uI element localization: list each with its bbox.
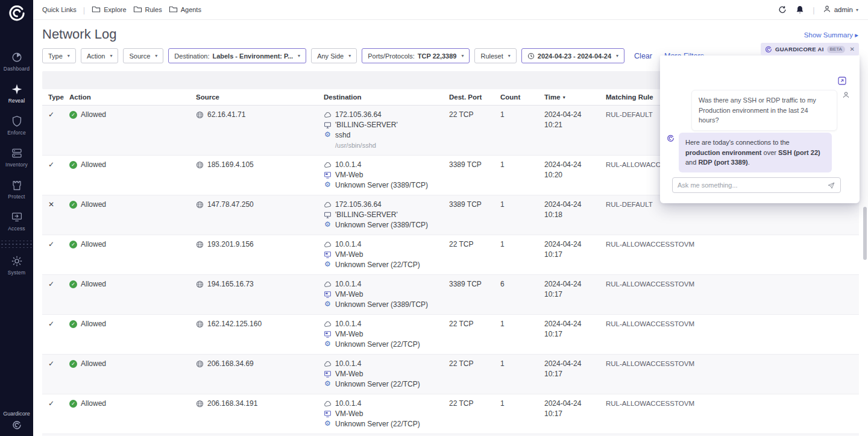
sidebar-footer: Guardicore — [3, 411, 30, 436]
dest-port-cell: 22 TCP — [449, 399, 500, 429]
ai-message-row: Here are today's connections to the prod… — [667, 133, 832, 172]
dest-port-cell: 3389 TCP — [449, 160, 500, 191]
destination-line: 172.105.36.64 — [324, 200, 449, 210]
destination-line: ⚙Unknown Server (3389/TCP) — [324, 220, 449, 230]
time-hour: 10:17 — [544, 329, 606, 340]
matching-rule-cell: RUL-ALLOWACCESSTOVM — [606, 319, 859, 350]
process-icon: ⚙ — [324, 300, 332, 309]
guardicore-footer-logo-icon[interactable] — [12, 420, 22, 430]
nav-explore[interactable]: Explore — [92, 5, 126, 15]
filter-label: Destination: — [174, 52, 209, 60]
table-row[interactable]: ✓✓Allowed193.201.9.15610.0.1.4VM-Web⚙Unk… — [42, 235, 859, 275]
source-cell: 206.168.34.191 — [196, 399, 324, 429]
time-hour: 10:17 — [544, 250, 606, 260]
column-header-count[interactable]: Count — [500, 93, 544, 101]
process-icon: ⚙ — [324, 220, 332, 229]
table-row[interactable]: ✓✓Allowed206.168.34.6910.0.1.4VM-Web⚙Unk… — [42, 355, 859, 394]
nav-rules-label: Rules — [145, 6, 162, 13]
cloud-icon — [324, 241, 332, 248]
filter-chip-ruleset[interactable]: Ruleset▾ — [474, 48, 516, 63]
column-header-destination[interactable]: Destination — [324, 93, 449, 101]
vm-icon — [324, 330, 332, 338]
guardicore-ai-header[interactable]: GUARDICORE AI BETA ✕ — [761, 43, 859, 55]
vm-icon — [324, 171, 332, 179]
filter-label: Type — [48, 52, 63, 60]
destination-text: Unknown Server (22/TCP) — [335, 419, 420, 429]
filter-bar: Type▾Action▾Source▾Destination:Labels - … — [42, 48, 704, 63]
globe-icon — [196, 320, 204, 328]
source-ip: 206.168.34.69 — [207, 359, 254, 369]
time-date: 2024-04-24 — [544, 239, 606, 250]
time-hour: 10:17 — [544, 369, 606, 379]
table-row[interactable]: ✓✓Allowed162.142.125.16010.0.1.4VM-Web⚙U… — [42, 315, 859, 355]
destination-cell: 10.0.1.4VM-Web⚙Unknown Server (22/TCP) — [324, 359, 449, 390]
user-message-row: Was there any SSH or RDP traffic to my P… — [684, 90, 850, 131]
close-icon[interactable]: ✕ — [850, 46, 855, 52]
sidebar-item-label: Dashboard — [4, 66, 30, 72]
quick-links-button[interactable]: Quick Links — [42, 6, 77, 13]
count-cell: 1 — [500, 239, 544, 270]
cloud-icon — [324, 360, 332, 368]
matching-rule-cell: RUL-ALLOWACCESSTOVM — [606, 399, 859, 429]
filter-chip-type[interactable]: Type▾ — [42, 48, 76, 63]
filter-value: Labels - Environment: P... — [212, 52, 293, 60]
show-summary-link[interactable]: Show Summary ▸ — [804, 31, 858, 39]
action-label: Allowed — [81, 279, 106, 289]
expand-chat-icon[interactable] — [837, 76, 847, 86]
sidebar-item-inventory[interactable]: Inventory — [0, 141, 33, 173]
reveal-icon — [11, 83, 23, 95]
filter-chips: Type▾Action▾Source▾Destination:Labels - … — [42, 48, 624, 63]
column-header-dest-port[interactable]: Dest. Port — [449, 93, 500, 101]
destination-cell: 10.0.1.4VM-Web⚙Unknown Server (22/TCP) — [324, 239, 449, 270]
table-row[interactable]: ✓✓Allowed194.165.16.7310.0.1.4VM-Web⚙Unk… — [42, 275, 859, 315]
count-cell: 1 — [500, 110, 544, 151]
destination-text: 10.0.1.4 — [335, 319, 361, 329]
sidebar-item-reveal[interactable]: Reveal — [0, 77, 33, 109]
filter-chip-any-side[interactable]: Any Side▾ — [311, 48, 357, 63]
notifications-bell-icon[interactable] — [795, 5, 805, 14]
filter-chip-ports-protocols[interactable]: Ports/Protocols:TCP 22,3389▾ — [362, 48, 470, 63]
column-header-source[interactable]: Source — [196, 93, 324, 101]
chevron-down-icon: ▾ — [856, 7, 858, 13]
column-header-time[interactable]: Time▾ — [544, 93, 606, 101]
nav-agents[interactable]: Agents — [169, 5, 201, 15]
guardicore-ai-panel: Was there any SSH or RDP traffic to my P… — [660, 55, 860, 203]
sidebar-item-dashboard[interactable]: Dashboard — [0, 45, 33, 77]
cloud-icon — [324, 201, 332, 209]
sidebar-item-enforce[interactable]: Enforce — [0, 109, 33, 141]
vertical-scrollbar[interactable] — [863, 207, 867, 260]
filter-chip-action[interactable]: Action▾ — [81, 48, 119, 63]
user-menu[interactable]: admin ▾ — [823, 5, 858, 14]
destination-text: 10.0.1.4 — [335, 359, 361, 369]
chevron-down-icon: ▾ — [461, 53, 464, 58]
ask-input[interactable] — [678, 182, 823, 189]
guardicore-logo-icon[interactable] — [8, 4, 26, 22]
send-icon[interactable] — [827, 181, 835, 189]
sidebar-item-system[interactable]: System — [0, 249, 33, 281]
sidebar-item-access[interactable]: Access — [0, 205, 33, 237]
dest-port-cell: 22 TCP — [449, 239, 500, 270]
matching-rule-cell: RUL-ALLOWACCESSTOVM — [606, 279, 859, 310]
globe-icon — [196, 161, 204, 169]
destination-text: 'BILLING-SERVER' — [335, 120, 398, 130]
column-header-action[interactable]: Action — [69, 93, 196, 101]
filter-chip-2024-04-23-2024-04-24[interactable]: 2024-04-23 - 2024-04-24▾ — [521, 48, 624, 63]
nav-rules[interactable]: Rules — [133, 5, 162, 15]
beta-badge: BETA — [827, 46, 845, 53]
refresh-icon[interactable] — [778, 5, 787, 14]
source-cell: 206.168.34.69 — [196, 359, 324, 390]
destination-text: VM-Web — [335, 250, 363, 260]
sidebar-item-label: Inventory — [5, 162, 28, 168]
column-header-type[interactable]: Type — [48, 93, 69, 101]
filter-chip-destination[interactable]: Destination:Labels - Environment: P...▾ — [168, 48, 306, 63]
clear-filters-button[interactable]: Clear — [634, 52, 652, 60]
sidebar-item-protect[interactable]: Protect — [0, 173, 33, 205]
destination-line: VM-Web — [324, 250, 449, 260]
destination-text: Unknown Server (3389/TCP) — [335, 180, 428, 191]
destination-line: VM-Web — [324, 170, 449, 180]
inventory-icon — [11, 147, 23, 159]
sidebar-item-label: Access — [8, 226, 25, 232]
table-row[interactable]: ✓✓Allowed206.168.34.19110.0.1.4VM-Web⚙Un… — [42, 394, 859, 434]
filter-chip-source[interactable]: Source▾ — [123, 48, 163, 63]
process-icon: ⚙ — [324, 419, 332, 428]
